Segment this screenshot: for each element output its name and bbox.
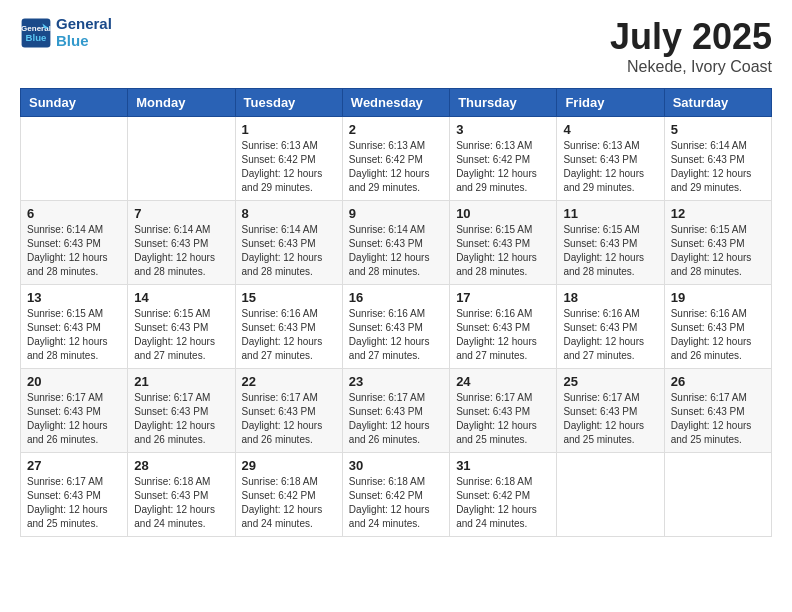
day-number: 21 <box>134 374 228 389</box>
logo-blue: Blue <box>56 32 89 49</box>
day-detail: Sunrise: 6:16 AM Sunset: 6:43 PM Dayligh… <box>456 307 550 363</box>
calendar-week-row: 20Sunrise: 6:17 AM Sunset: 6:43 PM Dayli… <box>21 369 772 453</box>
weekday-header: Wednesday <box>342 89 449 117</box>
day-number: 12 <box>671 206 765 221</box>
calendar-cell: 25Sunrise: 6:17 AM Sunset: 6:43 PM Dayli… <box>557 369 664 453</box>
calendar-cell: 2Sunrise: 6:13 AM Sunset: 6:42 PM Daylig… <box>342 117 449 201</box>
day-number: 10 <box>456 206 550 221</box>
logo-general: General <box>56 15 112 32</box>
calendar-cell: 18Sunrise: 6:16 AM Sunset: 6:43 PM Dayli… <box>557 285 664 369</box>
day-detail: Sunrise: 6:15 AM Sunset: 6:43 PM Dayligh… <box>27 307 121 363</box>
day-number: 16 <box>349 290 443 305</box>
calendar-cell: 19Sunrise: 6:16 AM Sunset: 6:43 PM Dayli… <box>664 285 771 369</box>
day-number: 14 <box>134 290 228 305</box>
day-detail: Sunrise: 6:17 AM Sunset: 6:43 PM Dayligh… <box>242 391 336 447</box>
day-detail: Sunrise: 6:14 AM Sunset: 6:43 PM Dayligh… <box>242 223 336 279</box>
calendar-cell: 3Sunrise: 6:13 AM Sunset: 6:42 PM Daylig… <box>450 117 557 201</box>
day-detail: Sunrise: 6:14 AM Sunset: 6:43 PM Dayligh… <box>671 139 765 195</box>
day-number: 26 <box>671 374 765 389</box>
calendar-table: SundayMondayTuesdayWednesdayThursdayFrid… <box>20 88 772 537</box>
day-number: 2 <box>349 122 443 137</box>
day-number: 25 <box>563 374 657 389</box>
calendar-cell: 7Sunrise: 6:14 AM Sunset: 6:43 PM Daylig… <box>128 201 235 285</box>
day-number: 24 <box>456 374 550 389</box>
day-detail: Sunrise: 6:13 AM Sunset: 6:42 PM Dayligh… <box>242 139 336 195</box>
calendar-week-row: 6Sunrise: 6:14 AM Sunset: 6:43 PM Daylig… <box>21 201 772 285</box>
day-detail: Sunrise: 6:15 AM Sunset: 6:43 PM Dayligh… <box>134 307 228 363</box>
day-number: 29 <box>242 458 336 473</box>
header: General Blue General Blue July 2025 Neke… <box>20 16 772 76</box>
calendar-cell: 10Sunrise: 6:15 AM Sunset: 6:43 PM Dayli… <box>450 201 557 285</box>
svg-text:Blue: Blue <box>26 32 47 43</box>
day-number: 8 <box>242 206 336 221</box>
location: Nekede, Ivory Coast <box>610 58 772 76</box>
day-number: 30 <box>349 458 443 473</box>
calendar-week-row: 1Sunrise: 6:13 AM Sunset: 6:42 PM Daylig… <box>21 117 772 201</box>
day-detail: Sunrise: 6:15 AM Sunset: 6:43 PM Dayligh… <box>456 223 550 279</box>
calendar-cell: 12Sunrise: 6:15 AM Sunset: 6:43 PM Dayli… <box>664 201 771 285</box>
calendar-cell: 21Sunrise: 6:17 AM Sunset: 6:43 PM Dayli… <box>128 369 235 453</box>
weekday-header: Friday <box>557 89 664 117</box>
calendar-cell: 6Sunrise: 6:14 AM Sunset: 6:43 PM Daylig… <box>21 201 128 285</box>
day-detail: Sunrise: 6:14 AM Sunset: 6:43 PM Dayligh… <box>134 223 228 279</box>
day-detail: Sunrise: 6:17 AM Sunset: 6:43 PM Dayligh… <box>27 391 121 447</box>
calendar-cell: 28Sunrise: 6:18 AM Sunset: 6:43 PM Dayli… <box>128 453 235 537</box>
calendar-cell: 4Sunrise: 6:13 AM Sunset: 6:43 PM Daylig… <box>557 117 664 201</box>
day-number: 5 <box>671 122 765 137</box>
day-number: 7 <box>134 206 228 221</box>
page: General Blue General Blue July 2025 Neke… <box>0 0 792 557</box>
calendar-cell: 31Sunrise: 6:18 AM Sunset: 6:42 PM Dayli… <box>450 453 557 537</box>
calendar-cell: 29Sunrise: 6:18 AM Sunset: 6:42 PM Dayli… <box>235 453 342 537</box>
day-number: 17 <box>456 290 550 305</box>
day-number: 20 <box>27 374 121 389</box>
day-number: 19 <box>671 290 765 305</box>
day-detail: Sunrise: 6:18 AM Sunset: 6:43 PM Dayligh… <box>134 475 228 531</box>
weekday-header: Monday <box>128 89 235 117</box>
day-detail: Sunrise: 6:17 AM Sunset: 6:43 PM Dayligh… <box>349 391 443 447</box>
month-year: July 2025 <box>610 16 772 58</box>
day-number: 27 <box>27 458 121 473</box>
weekday-header: Thursday <box>450 89 557 117</box>
calendar-cell: 23Sunrise: 6:17 AM Sunset: 6:43 PM Dayli… <box>342 369 449 453</box>
calendar-cell <box>21 117 128 201</box>
day-number: 28 <box>134 458 228 473</box>
day-detail: Sunrise: 6:16 AM Sunset: 6:43 PM Dayligh… <box>242 307 336 363</box>
day-detail: Sunrise: 6:14 AM Sunset: 6:43 PM Dayligh… <box>27 223 121 279</box>
day-detail: Sunrise: 6:17 AM Sunset: 6:43 PM Dayligh… <box>134 391 228 447</box>
day-number: 6 <box>27 206 121 221</box>
day-detail: Sunrise: 6:17 AM Sunset: 6:43 PM Dayligh… <box>456 391 550 447</box>
calendar-cell <box>557 453 664 537</box>
calendar-cell: 14Sunrise: 6:15 AM Sunset: 6:43 PM Dayli… <box>128 285 235 369</box>
calendar-cell: 5Sunrise: 6:14 AM Sunset: 6:43 PM Daylig… <box>664 117 771 201</box>
day-detail: Sunrise: 6:15 AM Sunset: 6:43 PM Dayligh… <box>563 223 657 279</box>
day-number: 23 <box>349 374 443 389</box>
logo-icon: General Blue <box>20 17 52 49</box>
day-detail: Sunrise: 6:15 AM Sunset: 6:43 PM Dayligh… <box>671 223 765 279</box>
day-detail: Sunrise: 6:17 AM Sunset: 6:43 PM Dayligh… <box>671 391 765 447</box>
calendar-week-row: 27Sunrise: 6:17 AM Sunset: 6:43 PM Dayli… <box>21 453 772 537</box>
calendar-cell: 20Sunrise: 6:17 AM Sunset: 6:43 PM Dayli… <box>21 369 128 453</box>
calendar-cell: 30Sunrise: 6:18 AM Sunset: 6:42 PM Dayli… <box>342 453 449 537</box>
day-number: 4 <box>563 122 657 137</box>
calendar-cell: 1Sunrise: 6:13 AM Sunset: 6:42 PM Daylig… <box>235 117 342 201</box>
calendar-cell: 22Sunrise: 6:17 AM Sunset: 6:43 PM Dayli… <box>235 369 342 453</box>
logo-text: General Blue <box>56 16 112 49</box>
calendar-cell: 9Sunrise: 6:14 AM Sunset: 6:43 PM Daylig… <box>342 201 449 285</box>
calendar-cell: 15Sunrise: 6:16 AM Sunset: 6:43 PM Dayli… <box>235 285 342 369</box>
day-detail: Sunrise: 6:17 AM Sunset: 6:43 PM Dayligh… <box>563 391 657 447</box>
calendar-cell <box>128 117 235 201</box>
day-detail: Sunrise: 6:13 AM Sunset: 6:43 PM Dayligh… <box>563 139 657 195</box>
day-number: 9 <box>349 206 443 221</box>
weekday-header: Sunday <box>21 89 128 117</box>
day-detail: Sunrise: 6:13 AM Sunset: 6:42 PM Dayligh… <box>349 139 443 195</box>
day-detail: Sunrise: 6:14 AM Sunset: 6:43 PM Dayligh… <box>349 223 443 279</box>
day-number: 31 <box>456 458 550 473</box>
day-detail: Sunrise: 6:18 AM Sunset: 6:42 PM Dayligh… <box>456 475 550 531</box>
day-detail: Sunrise: 6:16 AM Sunset: 6:43 PM Dayligh… <box>563 307 657 363</box>
day-detail: Sunrise: 6:16 AM Sunset: 6:43 PM Dayligh… <box>349 307 443 363</box>
weekday-header: Saturday <box>664 89 771 117</box>
calendar-cell: 26Sunrise: 6:17 AM Sunset: 6:43 PM Dayli… <box>664 369 771 453</box>
calendar-cell: 11Sunrise: 6:15 AM Sunset: 6:43 PM Dayli… <box>557 201 664 285</box>
calendar-cell: 13Sunrise: 6:15 AM Sunset: 6:43 PM Dayli… <box>21 285 128 369</box>
day-detail: Sunrise: 6:17 AM Sunset: 6:43 PM Dayligh… <box>27 475 121 531</box>
